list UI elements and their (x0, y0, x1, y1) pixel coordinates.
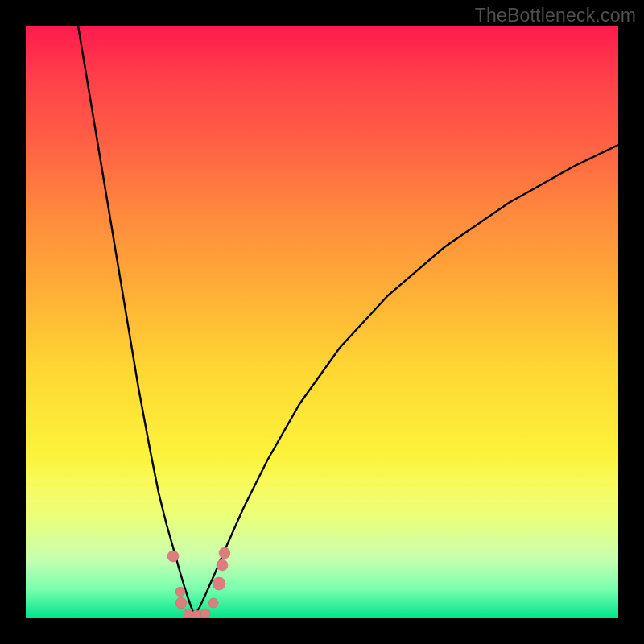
outer-frame: TheBottleneck.com (0, 0, 644, 644)
data-marker-2 (175, 597, 187, 609)
data-marker-8 (217, 559, 228, 571)
data-marker-1 (175, 587, 185, 597)
data-marker-0 (167, 551, 179, 562)
right-branch-path (195, 145, 618, 615)
left-branch-path (78, 26, 195, 615)
plot-area (26, 26, 618, 618)
watermark-text: TheBottleneck.com (475, 5, 636, 27)
data-marker-4 (192, 610, 201, 618)
data-marker-6 (208, 598, 218, 608)
curve-layer (26, 26, 618, 618)
data-marker-7 (213, 577, 225, 590)
data-marker-5 (200, 609, 210, 618)
data-marker-9 (219, 547, 230, 559)
